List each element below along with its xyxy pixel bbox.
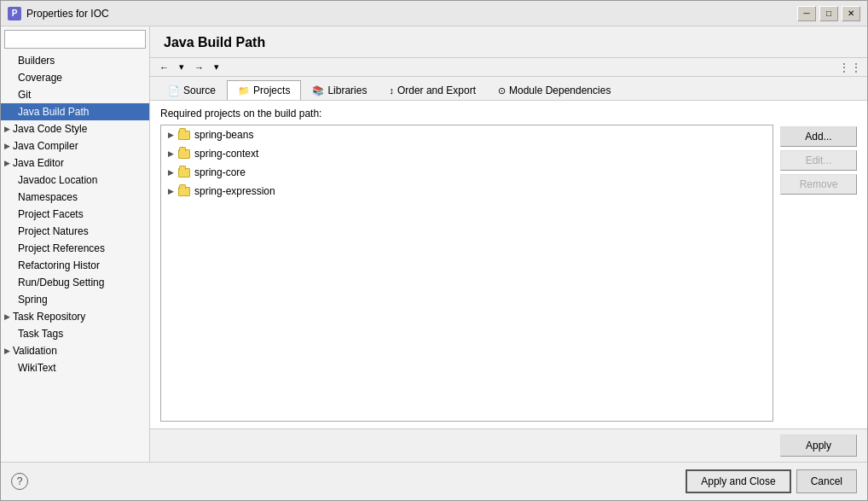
sidebar-item-project-references[interactable]: Project References: [1, 240, 149, 257]
sidebar-item-label: Project References: [18, 242, 105, 254]
tab-icon-source: 📄: [168, 85, 180, 96]
projects-area: ▶spring-beans▶spring-context▶spring-core…: [160, 125, 857, 422]
tab-icon-order-and-export: ↕: [389, 85, 394, 96]
tab-order-and-export[interactable]: ↕Order and Export: [378, 80, 487, 100]
apply-button[interactable]: Apply: [780, 434, 857, 457]
action-buttons: Add... Edit... Remove: [780, 125, 857, 422]
sidebar-item-javadoc-location[interactable]: Javadoc Location: [1, 172, 149, 189]
sidebar-item-validation[interactable]: ▶Validation: [1, 342, 149, 359]
sidebar-item-label: Task Tags: [18, 328, 63, 340]
sidebar-item-label: Builders: [18, 55, 55, 67]
sidebar-item-label: Javadoc Location: [18, 174, 97, 186]
expand-arrow-icon: ▶: [4, 312, 10, 321]
required-label: Required projects on the build path:: [160, 108, 857, 119]
sidebar-item-label: Task Repository: [13, 311, 85, 323]
back-button[interactable]: ←: [155, 61, 173, 74]
tab-label: Order and Export: [397, 84, 476, 96]
sidebar-item-label: Java Editor: [13, 157, 64, 169]
expand-arrow-icon: ▶: [4, 142, 10, 150]
sidebar-item-label: Refactoring Histor: [18, 259, 100, 271]
sidebar-item-run/debug-setting[interactable]: Run/Debug Setting: [1, 274, 149, 291]
sidebar-item-project-facets[interactable]: Project Facets: [1, 206, 149, 223]
project-label: spring-expression: [194, 185, 275, 197]
project-expand-icon: ▶: [168, 168, 174, 177]
project-expand-icon: ▶: [168, 149, 174, 158]
expand-arrow-icon: ▶: [4, 125, 10, 133]
forward-dropdown-button[interactable]: ▾: [210, 60, 223, 74]
folder-icon: [177, 184, 191, 198]
tab-module-dependencies[interactable]: ⊙Module Dependencies: [487, 80, 622, 100]
project-item[interactable]: ▶spring-beans: [161, 125, 773, 144]
folder-icon: [177, 128, 191, 142]
tab-projects[interactable]: 📁Projects: [227, 80, 301, 100]
sidebar-item-java-editor[interactable]: ▶Java Editor: [1, 154, 149, 172]
edit-button[interactable]: Edit...: [780, 150, 857, 171]
sidebar-item-coverage[interactable]: Coverage: [1, 69, 149, 86]
panel-header: Java Build Path: [150, 26, 867, 58]
toolbar-row: ← ▾ → ▾ ⋮⋮: [150, 58, 867, 77]
sidebar-item-task-repository[interactable]: ▶Task Repository: [1, 308, 149, 325]
minimize-button[interactable]: ─: [797, 6, 816, 21]
forward-button[interactable]: →: [190, 61, 208, 74]
apply-area: Apply: [150, 428, 867, 462]
tab-source[interactable]: 📄Source: [157, 80, 227, 100]
sidebar-item-label: Project Facets: [18, 208, 84, 220]
main-panel: Java Build Path ← ▾ → ▾ ⋮⋮ 📄Source📁Proje…: [150, 26, 867, 462]
expand-arrow-icon: ▶: [4, 159, 10, 167]
tab-content: Required projects on the build path: ▶sp…: [150, 101, 867, 428]
tab-label: Libraries: [327, 84, 367, 96]
folder-icon: [177, 166, 191, 179]
search-input[interactable]: [4, 30, 146, 49]
toolbar-more[interactable]: ⋮⋮: [838, 61, 862, 74]
sidebar-item-wikitext[interactable]: WikiText: [1, 359, 149, 376]
tab-icon-projects: 📁: [238, 85, 250, 96]
sidebar-item-java-code-style[interactable]: ▶Java Code Style: [1, 120, 149, 137]
apply-and-close-button[interactable]: Apply and Close: [686, 469, 790, 493]
folder-icon: [177, 147, 191, 160]
remove-button[interactable]: Remove: [780, 174, 857, 195]
footer-left: ?: [11, 473, 28, 490]
tab-label: Module Dependencies: [509, 84, 610, 96]
tab-icon-libraries: 📚: [312, 85, 324, 96]
sidebar: BuildersCoverageGitJava Build Path▶Java …: [1, 26, 150, 462]
tab-icon-module-dependencies: ⊙: [498, 85, 506, 96]
project-expand-icon: ▶: [168, 131, 174, 139]
sidebar-item-label: Coverage: [18, 72, 62, 84]
window-title: Properties for IOC: [26, 8, 797, 20]
cancel-button[interactable]: Cancel: [796, 469, 857, 493]
sidebar-item-label: WikiText: [18, 362, 56, 374]
restore-button[interactable]: □: [819, 6, 838, 21]
sidebar-item-refactoring-histor[interactable]: Refactoring Histor: [1, 257, 149, 274]
project-item[interactable]: ▶spring-core: [161, 163, 773, 182]
sidebar-item-java-compiler[interactable]: ▶Java Compiler: [1, 137, 149, 154]
sidebar-item-builders[interactable]: Builders: [1, 52, 149, 69]
project-expand-icon: ▶: [168, 187, 174, 195]
content-area: BuildersCoverageGitJava Build Path▶Java …: [1, 26, 867, 462]
sidebar-item-label: Java Compiler: [13, 140, 78, 152]
sidebar-item-spring[interactable]: Spring: [1, 291, 149, 308]
sidebar-item-git[interactable]: Git: [1, 86, 149, 103]
close-button[interactable]: ✕: [842, 6, 860, 21]
sidebar-item-java-build-path[interactable]: Java Build Path: [1, 103, 149, 120]
sidebar-item-task-tags[interactable]: Task Tags: [1, 325, 149, 342]
window-controls: ─ □ ✕: [797, 6, 860, 21]
sidebar-item-label: Java Code Style: [13, 123, 87, 135]
project-item[interactable]: ▶spring-expression: [161, 182, 773, 201]
project-label: spring-context: [194, 148, 258, 160]
sidebar-item-label: Spring: [18, 294, 48, 306]
sidebar-item-label: Java Build Path: [18, 106, 89, 118]
nav-tabs: 📄Source📁Projects📚Libraries↕Order and Exp…: [150, 77, 867, 101]
help-button[interactable]: ?: [11, 473, 28, 490]
sidebar-item-namespaces[interactable]: Namespaces: [1, 189, 149, 206]
tab-label: Source: [183, 84, 216, 96]
back-dropdown-button[interactable]: ▾: [175, 60, 188, 74]
project-list-box[interactable]: ▶spring-beans▶spring-context▶spring-core…: [160, 125, 773, 422]
dialog-window: P Properties for IOC ─ □ ✕ BuildersCover…: [0, 0, 868, 501]
sidebar-item-project-natures[interactable]: Project Natures: [1, 223, 149, 240]
tab-label: Projects: [253, 84, 290, 96]
panel-title: Java Build Path: [164, 35, 265, 50]
sidebar-item-label: Project Natures: [18, 225, 89, 237]
add-button[interactable]: Add...: [780, 126, 857, 147]
tab-libraries[interactable]: 📚Libraries: [301, 80, 378, 100]
project-item[interactable]: ▶spring-context: [161, 144, 773, 163]
